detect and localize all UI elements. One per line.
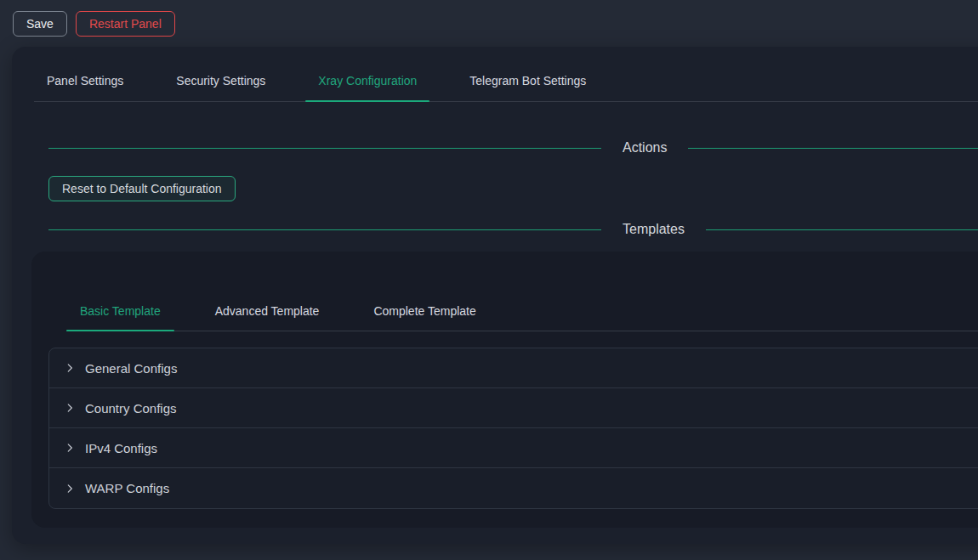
chevron-right-icon — [64, 402, 76, 414]
xray-configuration-panel: Actions Reset to Default Configuration T… — [12, 139, 978, 528]
reset-default-configuration-button[interactable]: Reset to Default Configuration — [48, 176, 236, 201]
top-toolbar: Save Restart Panel — [0, 0, 978, 47]
actions-divider-title: Actions — [601, 140, 688, 156]
chevron-right-icon — [64, 362, 76, 374]
accordion-general-configs[interactable]: General Configs — [49, 348, 978, 388]
templates-divider-title: Templates — [601, 222, 706, 237]
settings-card: Panel Settings Security Settings Xray Co… — [12, 47, 978, 544]
template-tab-bar: Basic Template Advanced Template Complet… — [66, 303, 978, 331]
tab-advanced-template[interactable]: Advanced Template — [202, 303, 333, 331]
accordion-label: IPv4 Configs — [85, 441, 157, 455]
accordion-label: WARP Configs — [85, 481, 169, 495]
accordion-warp-configs[interactable]: WARP Configs — [49, 468, 978, 508]
tab-panel-settings[interactable]: Panel Settings — [34, 72, 136, 101]
tab-security-settings[interactable]: Security Settings — [163, 72, 278, 101]
accordion-ipv4-configs[interactable]: IPv4 Configs — [49, 428, 978, 468]
accordion-country-configs[interactable]: Country Configs — [49, 388, 978, 428]
settings-tab-bar: Panel Settings Security Settings Xray Co… — [34, 47, 978, 102]
chevron-right-icon — [64, 442, 76, 454]
accordion-label: Country Configs — [85, 401, 177, 416]
tab-complete-template[interactable]: Complete Template — [360, 303, 489, 331]
actions-divider: Actions — [48, 139, 978, 157]
templates-card: Basic Template Advanced Template Complet… — [31, 252, 978, 528]
save-button[interactable]: Save — [13, 11, 67, 37]
accordion-label: General Configs — [85, 361, 177, 376]
templates-divider: Templates — [48, 220, 978, 239]
config-accordion: General Configs Country Configs — [48, 348, 978, 509]
restart-panel-button[interactable]: Restart Panel — [76, 11, 175, 37]
tab-xray-configuration[interactable]: Xray Configuration — [305, 72, 429, 101]
tab-basic-template[interactable]: Basic Template — [66, 303, 174, 331]
tab-telegram-bot-settings[interactable]: Telegram Bot Settings — [457, 72, 599, 101]
chevron-right-icon — [64, 483, 76, 495]
